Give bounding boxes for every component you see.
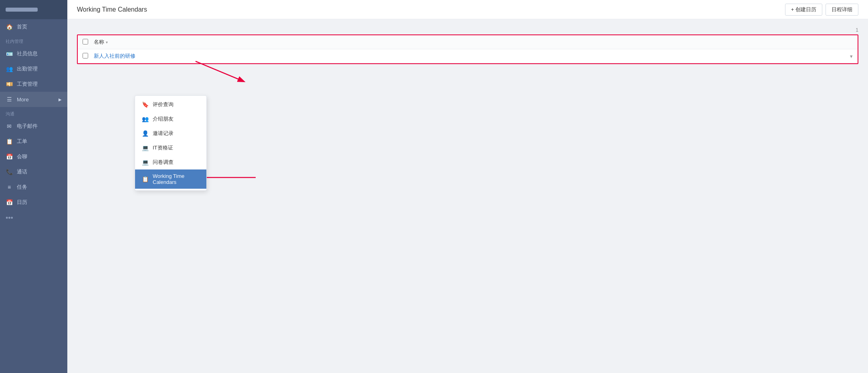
sidebar-more-dots[interactable]: •••: [0, 210, 67, 226]
sidebar-item-task-label: 任务: [17, 183, 27, 191]
calendar-table: 名称 ▾ 新人入社前的研修 ▾: [77, 34, 858, 64]
sidebar-item-calendar[interactable]: 📅 日历: [0, 195, 67, 210]
working-time-icon: 📋: [141, 175, 149, 183]
sidebar-item-call[interactable]: 📞 通话: [0, 164, 67, 179]
name-column-header[interactable]: 名称 ▾: [94, 38, 108, 46]
survey-icon: 💻: [141, 159, 149, 166]
meeting-icon: 📅: [6, 153, 13, 160]
menu-item-working-time-label: Working Time Calendars: [153, 173, 200, 185]
sidebar-item-ticket-label: 工单: [17, 138, 27, 145]
sidebar-item-meeting[interactable]: 📅 会聊: [0, 149, 67, 164]
attendance-icon: 👥: [6, 65, 13, 73]
page-title: Working Time Calendars: [77, 6, 147, 13]
sidebar-item-attendance[interactable]: 👥 出勤管理: [0, 61, 67, 77]
main-area: Working Time Calendars + 创建日历 日程详细 1 名称 …: [67, 0, 868, 373]
menu-item-invite[interactable]: 👤 邀请记录: [135, 126, 206, 141]
menu-item-survey[interactable]: 💻 问卷调查: [135, 155, 206, 169]
name-column-label: 名称: [94, 38, 104, 46]
sidebar-item-attendance-label: 出勤管理: [17, 65, 38, 73]
sort-arrow-icon: ▾: [106, 40, 108, 44]
ticket-icon: 📋: [6, 138, 13, 145]
menu-item-invite-label: 邀请记录: [153, 130, 174, 137]
sidebar-item-more[interactable]: ☰ More ▶: [0, 92, 67, 107]
create-calendar-button[interactable]: + 创建日历: [785, 4, 822, 16]
task-icon: ≡: [6, 183, 13, 191]
sidebar-item-calendar-label: 日历: [17, 199, 27, 206]
sidebar-item-home-label: 首页: [17, 23, 27, 30]
menu-item-refer-label: 介绍朋友: [153, 115, 174, 123]
chevron-right-icon: ▶: [59, 97, 62, 102]
sidebar-item-home[interactable]: 🏠 首页: [0, 19, 67, 34]
menu-item-it-cert-label: IT资格证: [153, 144, 173, 151]
content-area: 1 名称 ▾ 新人入社前的研修 ▾: [67, 19, 868, 373]
topbar-actions: + 创建日历 日程详细: [785, 4, 858, 16]
table-header: 名称 ▾: [78, 35, 858, 49]
email-icon: ✉: [6, 123, 13, 130]
more-icon: ☰: [6, 96, 13, 103]
calendar-name-link[interactable]: 新人入社前的研修: [94, 52, 847, 60]
section-communication: 沟通: [0, 107, 67, 119]
sidebar-item-member-label: 社员信息: [17, 50, 38, 57]
schedule-detail-button[interactable]: 日程详细: [826, 4, 858, 16]
section-social-mgmt: 社内管理: [0, 34, 67, 46]
sidebar-item-email[interactable]: ✉ 电子邮件: [0, 119, 67, 134]
sidebar-item-salary[interactable]: 💴 工资管理: [0, 77, 67, 92]
sidebar-item-more-label: More: [17, 97, 29, 103]
sidebar-item-email-label: 电子邮件: [17, 123, 38, 130]
more-dropdown-menu: 🔖 评价查询 👥 介绍朋友 👤 邀请记录 💻 IT资格证 💻 问卷调查 📋: [135, 95, 207, 191]
member-icon: 🪪: [6, 50, 13, 57]
menu-item-survey-label: 问卷调查: [153, 159, 174, 166]
calendar-icon: 📅: [6, 199, 13, 206]
refer-icon: 👥: [141, 115, 149, 123]
select-all-checkbox[interactable]: [83, 39, 88, 44]
call-icon: 📞: [6, 168, 13, 175]
menu-item-review-label: 评价查询: [153, 101, 174, 108]
row-checkbox-col: [83, 53, 91, 60]
it-cert-icon: 💻: [141, 144, 149, 151]
table-row[interactable]: 新人入社前的研修 ▾: [78, 49, 858, 63]
sidebar-item-call-label: 通话: [17, 168, 27, 175]
sidebar-item-task[interactable]: ≡ 任务: [0, 179, 67, 195]
menu-item-review[interactable]: 🔖 评价查询: [135, 97, 206, 112]
review-icon: 🔖: [141, 101, 149, 108]
sidebar-item-member-info[interactable]: 🪪 社员信息: [0, 46, 67, 61]
sidebar-logo: [0, 0, 67, 19]
sidebar-item-salary-label: 工资管理: [17, 81, 38, 88]
header-checkbox-col: [83, 39, 91, 46]
invite-icon: 👤: [141, 130, 149, 137]
row-action-dropdown[interactable]: ▾: [850, 53, 853, 59]
svg-line-0: [196, 61, 244, 81]
record-count: 1: [77, 27, 858, 33]
topbar: Working Time Calendars + 创建日历 日程详细: [67, 0, 868, 19]
logo-bar: [6, 8, 38, 12]
menu-item-refer[interactable]: 👥 介绍朋友: [135, 112, 206, 126]
home-icon: 🏠: [6, 23, 13, 30]
salary-icon: 💴: [6, 81, 13, 88]
menu-item-it-cert[interactable]: 💻 IT资格证: [135, 141, 206, 155]
row-checkbox[interactable]: [83, 53, 88, 58]
menu-item-working-time[interactable]: 📋 Working Time Calendars: [135, 169, 206, 189]
sidebar-item-ticket[interactable]: 📋 工单: [0, 134, 67, 149]
sidebar: 🏠 首页 社内管理 🪪 社员信息 👥 出勤管理 💴 工资管理 ☰ More ▶ …: [0, 0, 67, 373]
sidebar-item-meeting-label: 会聊: [17, 153, 27, 160]
